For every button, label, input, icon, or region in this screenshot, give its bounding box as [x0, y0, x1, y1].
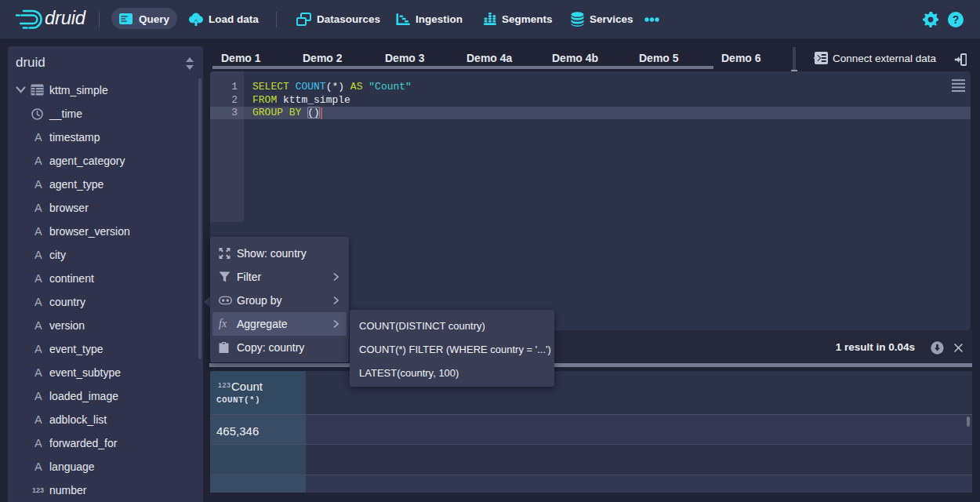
svg-text:?: ? [953, 13, 960, 26]
